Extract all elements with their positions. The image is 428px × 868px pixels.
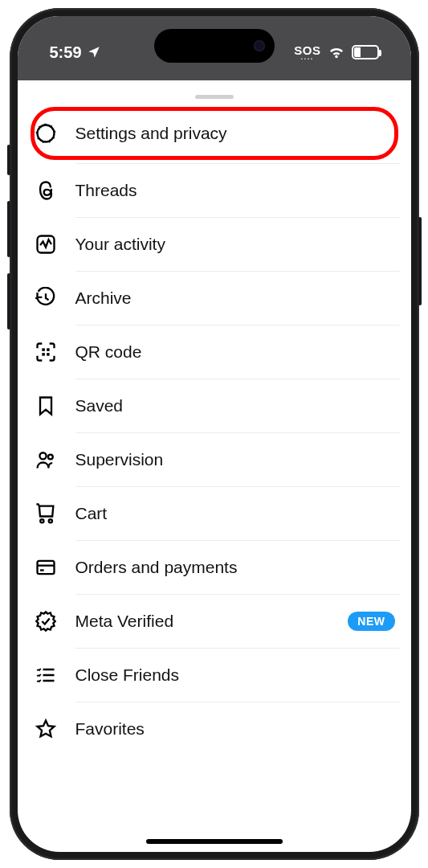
phone-frame: 5:59 SOS •••• 27: [10, 8, 419, 860]
home-indicator[interactable]: [146, 839, 283, 844]
svg-point-8: [47, 455, 52, 460]
menu-label: QR code: [75, 342, 395, 362]
menu-label: Archive: [75, 289, 395, 308]
svg-rect-4: [47, 348, 49, 351]
wifi-icon: [328, 45, 345, 59]
card-icon: [34, 555, 58, 579]
svg-point-1: [43, 131, 48, 137]
menu-item-your-activity[interactable]: Your activity: [29, 218, 400, 271]
verified-badge-icon: [34, 609, 58, 633]
gear-icon: [34, 121, 58, 145]
menu-item-saved[interactable]: Saved: [29, 379, 400, 432]
menu-label: Settings and privacy: [75, 124, 395, 143]
menu-label: Cart: [75, 504, 395, 523]
side-button: [418, 217, 422, 305]
menu-label: Your activity: [75, 235, 395, 254]
menu-item-favorites[interactable]: Favorites: [29, 702, 400, 755]
svg-point-9: [40, 519, 43, 522]
menu-item-threads[interactable]: Threads: [29, 164, 400, 217]
activity-icon: [34, 232, 58, 256]
menu-item-archive[interactable]: Archive: [29, 272, 400, 325]
screen: 5:59 SOS •••• 27: [18, 16, 411, 852]
menu-label: Favorites: [75, 719, 395, 739]
battery-icon: 27: [352, 45, 379, 59]
close-friends-icon: [34, 663, 58, 687]
svg-rect-6: [47, 353, 49, 356]
menu-item-cart[interactable]: Cart: [29, 487, 400, 540]
svg-rect-3: [42, 348, 45, 351]
location-arrow-icon: [87, 45, 101, 59]
svg-point-7: [39, 452, 46, 459]
menu-label: Threads: [75, 181, 395, 200]
status-time: 5:59: [50, 43, 82, 62]
sheet-handle[interactable]: [195, 95, 234, 99]
menu-item-supervision[interactable]: Supervision: [29, 433, 400, 486]
side-button: [7, 273, 10, 330]
menu-item-close-friends[interactable]: Close Friends: [29, 649, 400, 702]
bookmark-icon: [34, 394, 58, 418]
menu-item-meta-verified[interactable]: Meta Verified NEW: [29, 595, 400, 648]
menu-label: Meta Verified: [75, 612, 331, 631]
status-left: 5:59: [50, 43, 101, 62]
camera-dot: [254, 40, 265, 51]
menu-label: Saved: [75, 396, 395, 416]
menu-item-qr-code[interactable]: QR code: [29, 326, 400, 379]
svg-rect-5: [42, 353, 45, 356]
dynamic-island: [154, 29, 275, 63]
menu-label: Orders and payments: [75, 558, 395, 577]
threads-icon: [34, 178, 58, 203]
svg-point-10: [48, 519, 51, 522]
sos-indicator: SOS ••••: [294, 44, 320, 61]
menu-item-settings-privacy[interactable]: Settings and privacy: [29, 107, 400, 160]
menu-list: Settings and privacy Threads Your activi…: [18, 107, 411, 755]
side-button: [7, 145, 10, 175]
cart-icon: [34, 502, 58, 526]
menu-label: Supervision: [75, 450, 395, 469]
battery-percent: 27: [353, 47, 377, 58]
archive-icon: [34, 286, 58, 310]
new-badge: NEW: [348, 612, 394, 631]
menu-item-orders-payments[interactable]: Orders and payments: [29, 541, 400, 594]
menu-label: Close Friends: [75, 665, 395, 685]
qr-code-icon: [34, 340, 58, 364]
side-button: [7, 201, 10, 257]
supervision-icon: [34, 448, 58, 472]
svg-rect-11: [37, 561, 54, 574]
star-icon: [34, 717, 58, 741]
status-right: SOS •••• 27: [294, 44, 378, 61]
